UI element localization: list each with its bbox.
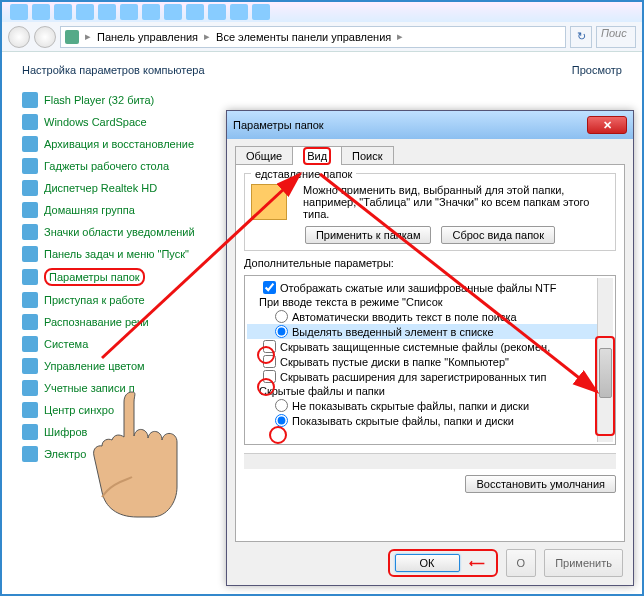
cpanel-item-icon xyxy=(22,180,38,196)
cpanel-item-icon xyxy=(22,158,38,174)
cpanel-item-label: Шифров xyxy=(44,426,87,438)
refresh-button[interactable]: ↻ xyxy=(570,26,592,48)
cpanel-item-icon xyxy=(22,136,38,152)
cpanel-item-icon xyxy=(22,336,38,352)
cpanel-item-label: Flash Player (32 бита) xyxy=(44,94,154,106)
adv-option-label: Скрывать защищенные системные файлы (рек… xyxy=(280,341,550,353)
nav-fwd-button[interactable] xyxy=(34,26,56,48)
apply-to-folders-button[interactable]: Применить к папкам xyxy=(305,226,432,244)
advanced-settings-list[interactable]: Отображать сжатые или зашифрованные файл… xyxy=(244,275,616,445)
cpanel-item-label: Архивация и восстановление xyxy=(44,138,194,150)
cpanel-item-label: Система xyxy=(44,338,88,350)
page-title: Настройка параметров компьютера xyxy=(22,64,205,76)
adv-option[interactable]: Скрывать пустые диски в папке "Компьютер… xyxy=(247,354,613,369)
scrollbar-horizontal[interactable] xyxy=(244,453,616,469)
cpanel-item-label: Управление цветом xyxy=(44,360,145,372)
address-bar: ▸ Панель управления ▸ Все элементы панел… xyxy=(2,22,642,52)
ok-button[interactable]: ОК xyxy=(395,554,460,572)
checkbox[interactable] xyxy=(263,281,276,294)
radio[interactable] xyxy=(275,310,288,323)
cpanel-item-label: Электро xyxy=(44,448,86,460)
cpanel-item-icon xyxy=(22,358,38,374)
cpanel-item-icon xyxy=(22,292,38,308)
cpanel-item-label: Параметры папок xyxy=(49,271,140,283)
folder-icon xyxy=(251,184,287,220)
cpanel-item[interactable]: Flash Player (32 бита) xyxy=(22,92,622,108)
adv-option[interactable]: Отображать сжатые или зашифрованные файл… xyxy=(247,280,613,295)
adv-option[interactable]: Скрывать расширения для зарегистрированн… xyxy=(247,369,613,384)
cpanel-item-icon xyxy=(22,114,38,130)
cpanel-item-icon xyxy=(22,402,38,418)
crumb-1[interactable]: Панель управления xyxy=(97,31,198,43)
adv-option[interactable]: Не показывать скрытые файлы, папки и дис… xyxy=(247,398,613,413)
control-panel-icon xyxy=(65,30,79,44)
radio[interactable] xyxy=(275,414,288,427)
adv-option-label: Не показывать скрытые файлы, папки и дис… xyxy=(292,400,529,412)
checkbox[interactable] xyxy=(263,355,276,368)
folder-views-group: едставление папок Можно применить вид, в… xyxy=(244,173,616,251)
cpanel-item-icon xyxy=(22,424,38,440)
taskbar-thumbs xyxy=(2,2,642,22)
cancel-button[interactable]: О xyxy=(506,549,537,577)
search-input[interactable]: Поис xyxy=(596,26,636,48)
cpanel-item-label: Распознавание речи xyxy=(44,316,149,328)
tab-search[interactable]: Поиск xyxy=(341,146,393,165)
adv-option[interactable]: Выделять введенный элемент в списке xyxy=(247,324,613,339)
tab-view[interactable]: Вид xyxy=(292,146,342,165)
adv-option-label: Скрывать пустые диски в папке "Компьютер… xyxy=(280,356,509,368)
dialog-title: Параметры папок xyxy=(233,119,324,131)
cpanel-item-icon xyxy=(22,92,38,108)
cpanel-item-icon xyxy=(22,314,38,330)
cpanel-item-label: Центр синхро xyxy=(44,404,114,416)
crumb-2[interactable]: Все элементы панели управления xyxy=(216,31,391,43)
cpanel-item-label: Значки области уведомлений xyxy=(44,226,195,238)
cpanel-item-label: Учетные записи п xyxy=(44,382,135,394)
adv-option-label: Отображать сжатые или зашифрованные файл… xyxy=(280,282,556,294)
close-button[interactable]: ✕ xyxy=(587,116,627,134)
cpanel-item-label: Windows CardSpace xyxy=(44,116,147,128)
adv-option-label: Автоматически вводить текст в поле поиск… xyxy=(292,311,517,323)
reset-folders-button[interactable]: Сброс вида папок xyxy=(441,226,555,244)
annotation-ok-highlight: ОК ⟵ xyxy=(388,549,498,577)
adv-option[interactable]: Скрывать защищенные системные файлы (рек… xyxy=(247,339,613,354)
radio[interactable] xyxy=(275,399,288,412)
adv-option-label: Скрытые файлы и папки xyxy=(259,385,385,397)
adv-option[interactable]: Автоматически вводить текст в поле поиск… xyxy=(247,309,613,324)
checkbox[interactable] xyxy=(263,370,276,383)
cpanel-item-icon xyxy=(22,202,38,218)
advanced-label: Дополнительные параметры: xyxy=(244,257,616,269)
cpanel-item-label: Приступая к работе xyxy=(44,294,145,306)
restore-defaults-button[interactable]: Восстановить умолчания xyxy=(465,475,616,493)
annotation-arrow-icon: ⟵ xyxy=(469,557,485,569)
annotation-ring xyxy=(269,426,287,444)
cpanel-item-icon xyxy=(22,269,38,285)
view-label: Просмотр xyxy=(572,64,622,76)
group-desc: Можно применить вид, выбранный для этой … xyxy=(303,184,609,220)
tabs: Общие Вид Поиск xyxy=(235,145,625,164)
adv-option[interactable]: Показывать скрытые файлы, папки и диски xyxy=(247,413,613,428)
cpanel-item-icon xyxy=(22,246,38,262)
cpanel-item-icon xyxy=(22,446,38,462)
adv-option-label: При вводе текста в режиме "Список xyxy=(259,296,443,308)
adv-option[interactable]: При вводе текста в режиме "Список xyxy=(247,295,613,309)
dialog-titlebar[interactable]: Параметры папок ✕ xyxy=(227,111,633,139)
cpanel-item-label: Панель задач и меню "Пуск" xyxy=(44,248,189,260)
apply-button[interactable]: Применить xyxy=(544,549,623,577)
cpanel-item-icon xyxy=(22,224,38,240)
cpanel-item-label: Гаджеты рабочего стола xyxy=(44,160,169,172)
annotation-scroll-highlight xyxy=(595,336,615,436)
adv-option[interactable]: Скрытые файлы и папки xyxy=(247,384,613,398)
cpanel-item-icon xyxy=(22,380,38,396)
tab-general[interactable]: Общие xyxy=(235,146,293,165)
nav-back-button[interactable] xyxy=(8,26,30,48)
adv-option-label: Показывать скрытые файлы, папки и диски xyxy=(292,415,514,427)
cpanel-item-label: Диспетчер Realtek HD xyxy=(44,182,157,194)
checkbox[interactable] xyxy=(263,340,276,353)
radio[interactable] xyxy=(275,325,288,338)
folder-options-dialog: Параметры папок ✕ Общие Вид Поиск едстав… xyxy=(226,110,634,586)
breadcrumb[interactable]: ▸ Панель управления ▸ Все элементы панел… xyxy=(60,26,566,48)
adv-option-label: Выделять введенный элемент в списке xyxy=(292,326,494,338)
adv-option-label: Скрывать расширения для зарегистрированн… xyxy=(280,371,546,383)
cpanel-item-label: Домашняя группа xyxy=(44,204,135,216)
